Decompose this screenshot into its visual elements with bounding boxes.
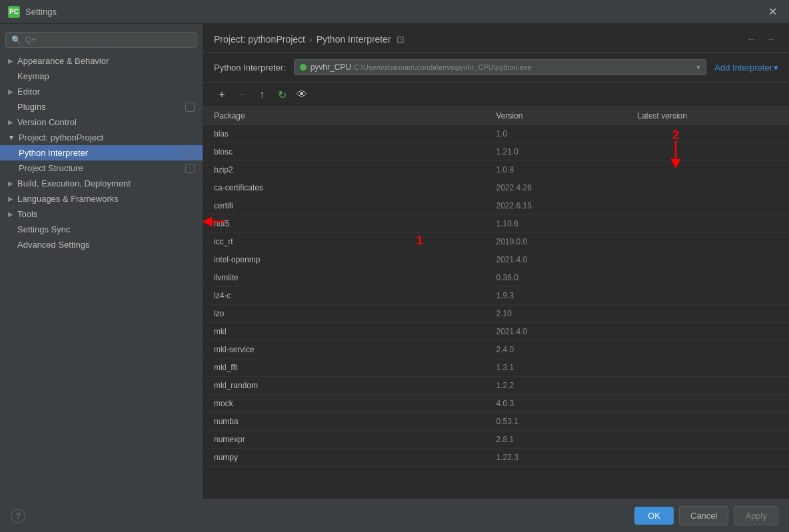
project-structure-badge: [185, 164, 195, 173]
table-row[interactable]: blosc 1.21.0: [203, 143, 789, 161]
package-name: mkl-service: [214, 344, 496, 356]
table-row[interactable]: lzo 2.10: [203, 305, 789, 323]
table-row[interactable]: numba 0.53.1: [203, 413, 789, 431]
package-version: 1.9.3: [496, 290, 638, 302]
package-name: lzo: [214, 308, 496, 320]
sidebar-item-version-control[interactable]: ▶ Version Control: [0, 115, 203, 130]
window-title: Settings: [25, 7, 764, 17]
package-version: 2022.4.26: [496, 182, 638, 194]
package-version: 4.0.3: [496, 398, 638, 409]
package-version: 2022.6.15: [496, 200, 638, 212]
table-row[interactable]: mkl-service 2.4.0: [203, 341, 789, 359]
package-name: certifi: [214, 200, 496, 212]
table-row[interactable]: mkl 2021.4.0: [203, 323, 789, 341]
apply-button[interactable]: Apply: [734, 506, 778, 525]
footer: ? OK Cancel Apply: [0, 499, 789, 532]
package-latest: [637, 146, 778, 158]
sidebar-label-python-interpreter: Python Interpreter: [19, 148, 88, 158]
sidebar-item-python-interpreter[interactable]: Python Interpreter: [0, 145, 203, 160]
table-row[interactable]: mock 4.0.3: [203, 395, 789, 413]
upgrade-package-button[interactable]: ↑: [254, 87, 270, 103]
table-row[interactable]: hdf5 1.10.6: [203, 215, 789, 233]
package-latest: [637, 290, 778, 302]
package-latest: [637, 182, 778, 194]
interpreter-dropdown[interactable]: pyvhr_CPU C:\Users\shaonan\.conda\envs\p…: [294, 59, 707, 75]
breadcrumb-project[interactable]: Project: pythonProject: [214, 34, 305, 45]
ok-button[interactable]: OK: [634, 507, 674, 525]
package-latest: [637, 254, 778, 266]
bookmark-icon[interactable]: ⊡: [396, 34, 404, 45]
package-version: 1.0: [496, 128, 638, 140]
package-version: 1.0.8: [496, 164, 638, 176]
cancel-button[interactable]: Cancel: [679, 506, 728, 525]
table-row[interactable]: llvmlite 0.36.0: [203, 269, 789, 287]
package-name: numba: [214, 415, 496, 427]
package-name: mkl: [214, 326, 496, 338]
interpreter-name: pyvhr_CPU: [311, 63, 351, 72]
help-button[interactable]: ?: [11, 509, 25, 523]
package-name: intel-openmp: [214, 254, 496, 266]
table-row[interactable]: mkl_random 1.2.2: [203, 377, 789, 395]
sidebar-item-tools[interactable]: ▶ Tools: [0, 206, 203, 222]
table-row[interactable]: ca-certificates 2022.4.26: [203, 179, 789, 197]
package-latest: [637, 433, 778, 445]
col-latest: Latest version: [637, 111, 778, 121]
package-latest: [637, 218, 778, 230]
packages-table: Package Version Latest version blas 1.0 …: [203, 107, 789, 499]
package-name: bzip2: [214, 164, 496, 176]
add-package-button[interactable]: +: [214, 87, 230, 103]
sidebar-label-project-structure: Project Structure: [19, 163, 83, 173]
sidebar-item-plugins[interactable]: Plugins: [0, 99, 203, 115]
add-interpreter-button[interactable]: Add Interpreter ▾: [714, 63, 778, 73]
package-name: mkl_random: [214, 380, 496, 392]
reload-button[interactable]: ↻: [274, 87, 290, 103]
sidebar-item-appearance[interactable]: ▶ Appearance & Behavior: [0, 53, 203, 69]
package-latest: [637, 164, 778, 176]
table-row[interactable]: numpy 1.22.3: [203, 449, 789, 467]
search-box[interactable]: 🔍: [5, 32, 197, 48]
package-version: 2.8.1: [496, 433, 638, 445]
table-row[interactable]: bzip2 1.0.8: [203, 161, 789, 179]
package-version: 2021.4.0: [496, 326, 638, 338]
sidebar-label-build: Build, Execution, Deployment: [17, 178, 131, 188]
package-name: numexpr: [214, 433, 496, 445]
package-name: icc_rt: [214, 236, 496, 248]
sidebar-label-project: Project: pythonProject: [19, 133, 103, 142]
sidebar-item-keymap[interactable]: Keymap: [0, 69, 203, 84]
table-row[interactable]: mkl_fft 1.3.1: [203, 359, 789, 377]
expand-arrow-tools: ▶: [8, 210, 13, 218]
sidebar-label-languages: Languages & Frameworks: [17, 194, 119, 204]
interpreter-label: Python Interpreter:: [214, 63, 286, 73]
table-row[interactable]: numexpr 2.8.1: [203, 431, 789, 449]
close-button[interactable]: ✕: [764, 4, 781, 19]
expand-arrow-editor: ▶: [8, 88, 13, 95]
sidebar-label-tools: Tools: [17, 209, 37, 219]
package-name: llvmlite: [214, 272, 496, 284]
package-version: 1.2.2: [496, 380, 638, 392]
sidebar-item-languages[interactable]: ▶ Languages & Frameworks: [0, 191, 203, 206]
search-input[interactable]: [25, 35, 191, 45]
col-package: Package: [214, 111, 496, 121]
nav-back-button[interactable]: ←: [744, 32, 760, 47]
table-row[interactable]: intel-openmp 2021.4.0: [203, 251, 789, 269]
sidebar-item-build[interactable]: ▶ Build, Execution, Deployment: [0, 176, 203, 191]
table-row[interactable]: blas 1.0: [203, 125, 789, 143]
add-interpreter-chevron: ▾: [774, 63, 778, 73]
package-name: numpy: [214, 451, 496, 463]
expand-arrow-version-control: ▶: [8, 119, 13, 126]
sidebar-item-project[interactable]: ▼ Project: pythonProject: [0, 130, 203, 145]
nav-forward-button[interactable]: →: [762, 32, 778, 47]
package-name: mock: [214, 398, 496, 409]
sidebar-label-version-control: Version Control: [17, 117, 77, 127]
sidebar-item-project-structure[interactable]: Project Structure: [0, 160, 203, 176]
remove-package-button[interactable]: −: [234, 87, 250, 103]
sidebar-item-advanced-settings[interactable]: Advanced Settings: [0, 237, 203, 252]
sidebar-label-advanced-settings: Advanced Settings: [17, 240, 89, 250]
package-name: blas: [214, 128, 496, 140]
sidebar-item-editor[interactable]: ▶ Editor: [0, 84, 203, 99]
table-row[interactable]: certifi 2022.6.15: [203, 197, 789, 215]
table-row[interactable]: icc_rt 2019.0.0: [203, 233, 789, 251]
sidebar-item-settings-sync[interactable]: Settings Sync: [0, 222, 203, 237]
table-row[interactable]: lz4-c 1.9.3: [203, 287, 789, 305]
eye-button[interactable]: 👁: [294, 87, 310, 103]
